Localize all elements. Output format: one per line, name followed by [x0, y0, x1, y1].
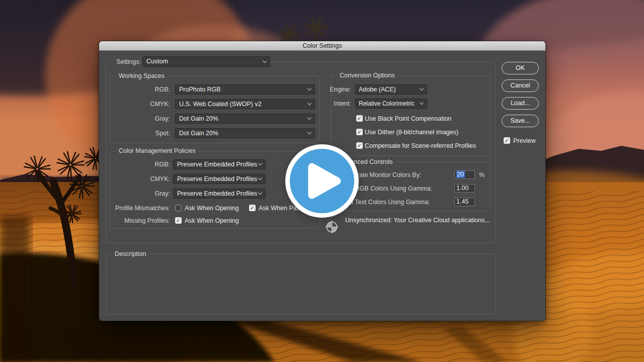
chevron-down-icon — [307, 130, 311, 134]
dialog-titlebar[interactable]: Color Settings — [99, 41, 545, 51]
chevron-down-icon — [420, 101, 424, 105]
sync-status-text: Unsynchronized: Your Creative Cloud appl… — [345, 216, 490, 224]
chevron-down-icon — [307, 86, 311, 90]
black-point-compensation-label: Use Black Point Compensation — [365, 115, 451, 123]
missing-ask-when-opening-checkbox[interactable] — [175, 217, 182, 224]
spot-label: Spot: — [110, 129, 170, 137]
black-point-compensation-checkbox[interactable] — [356, 115, 363, 122]
gray-working-space-dropdown[interactable]: Dot Gain 20% — [175, 114, 315, 124]
description-content — [110, 257, 491, 311]
chevron-down-icon — [420, 86, 424, 90]
video-play-overlay[interactable] — [285, 144, 359, 218]
chevron-down-icon — [258, 176, 262, 180]
cmyk-policy-label: CMYK: — [110, 175, 170, 183]
engine-label: Engine: — [326, 85, 351, 94]
description-group: Description — [106, 254, 496, 314]
mismatch-ask-when-pasting-checkbox[interactable] — [249, 205, 256, 211]
screen: Color Settings Settings: Custom Working … — [0, 0, 644, 362]
spot-working-space-dropdown[interactable]: Dot Gain 20% — [175, 128, 315, 138]
gray-policy-label: Gray: — [110, 190, 170, 198]
percent-label: % — [479, 171, 485, 179]
load-button[interactable]: Load... — [502, 97, 539, 110]
preview-checkbox[interactable] — [504, 137, 510, 144]
policies-title: Color Management Policies — [116, 147, 198, 155]
conversion-options-group: Conversion Options Engine: Adobe (ACE) I… — [331, 75, 491, 156]
conversion-options-title: Conversion Options — [337, 72, 397, 79]
chevron-down-icon — [263, 58, 267, 62]
use-dither-checkbox[interactable] — [356, 129, 363, 135]
cancel-button[interactable]: Cancel — [502, 79, 539, 92]
cmyk-working-space-dropdown[interactable]: U.S. Web Coated (SWOP) v2 — [175, 99, 315, 109]
rgb-working-space-dropdown[interactable]: ProPhoto RGB — [175, 84, 315, 95]
blend-rgb-gamma-input[interactable]: 1.00 — [454, 184, 475, 193]
blend-text-gamma-input[interactable]: 1.45 — [454, 198, 475, 206]
settings-dropdown[interactable]: Custom — [142, 56, 270, 67]
gray-label: Gray: — [110, 115, 170, 123]
preview-label: Preview — [513, 137, 535, 145]
gray-policy-dropdown[interactable]: Preserve Embedded Profiles — [173, 189, 266, 199]
intent-dropdown[interactable]: Relative Colorimetric — [355, 99, 427, 109]
chevron-down-icon — [258, 161, 262, 165]
scene-referred-label: Compensate for Scene-referred Profiles — [365, 142, 476, 150]
settings-label: Settings: — [99, 58, 141, 66]
mismatch-ask-when-opening-label: Ask When Opening — [185, 204, 239, 212]
chevron-down-icon — [258, 191, 262, 195]
desaturate-input[interactable]: 20 — [454, 170, 475, 179]
engine-dropdown[interactable]: Adobe (ACE) — [355, 84, 427, 95]
sync-registration-icon — [325, 220, 339, 234]
save-button[interactable]: Save... — [502, 115, 539, 127]
working-spaces-title: Working Spaces — [116, 72, 167, 80]
cmyk-policy-dropdown[interactable]: Preserve Embedded Profiles — [173, 174, 266, 184]
mismatch-ask-when-opening-checkbox[interactable] — [175, 205, 182, 211]
missing-ask-when-opening-label: Ask When Opening — [185, 217, 239, 225]
play-icon — [285, 144, 359, 218]
dialog-title: Color Settings — [302, 42, 342, 49]
profile-mismatches-label: Profile Mismatches: — [110, 204, 170, 212]
settings-value: Custom — [146, 58, 168, 65]
intent-label: Intent: — [326, 100, 351, 108]
rgb-policy-dropdown[interactable]: Preserve Embedded Profiles — [173, 159, 266, 169]
working-spaces-group: Working Spaces RGB: CMYK: Gray: Spot: Pr… — [110, 76, 319, 143]
missing-profiles-label: Missing Profiles: — [110, 217, 170, 225]
use-dither-label: Use Dither (8-bit/channel images) — [365, 128, 458, 136]
rgb-policy-label: RGB: — [110, 160, 170, 168]
chevron-down-icon — [307, 116, 311, 120]
rgb-label: RGB: — [110, 85, 170, 94]
description-title: Description — [112, 250, 149, 258]
ok-button[interactable]: OK — [502, 62, 539, 74]
cmyk-label: CMYK: — [110, 100, 170, 108]
chevron-down-icon — [307, 101, 311, 105]
